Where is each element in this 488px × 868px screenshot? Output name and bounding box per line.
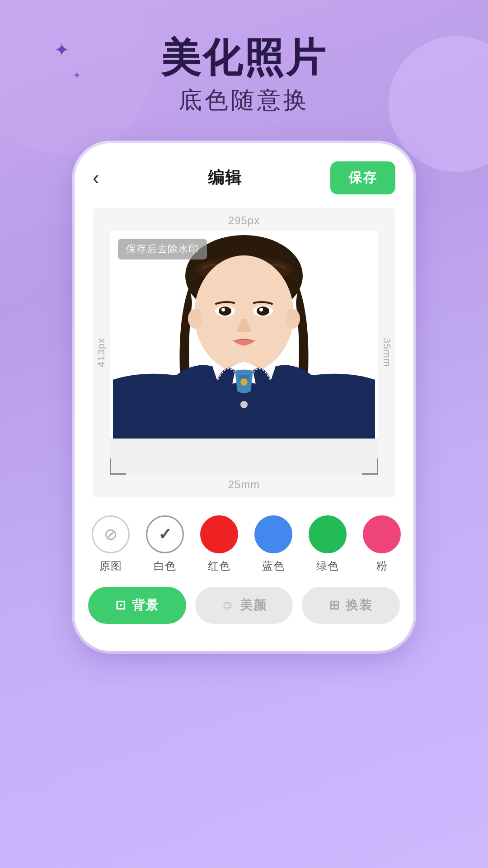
svg-point-6 (219, 307, 231, 316)
back-button[interactable]: ‹ (93, 166, 120, 189)
photo-frame: 保存后去除水印 (110, 231, 378, 475)
save-button[interactable]: 保存 (330, 161, 395, 194)
bottom-toolbar: ⊡ 背景 ☺ 美颜 ⊞ 换装 (75, 578, 413, 628)
svg-point-12 (286, 309, 300, 329)
corner-br (362, 458, 378, 475)
beauty-icon: ☺ (221, 598, 235, 613)
color-circle-original[interactable]: ⊘ (92, 515, 130, 553)
color-label-green: 绿色 (316, 559, 339, 573)
svg-point-7 (221, 308, 225, 311)
sparkle-small-icon: ✦ (72, 70, 81, 81)
dim-top-label: 295px (93, 208, 395, 231)
svg-point-13 (240, 378, 248, 386)
color-label-pink: 粉 (376, 559, 388, 573)
color-circle-green[interactable] (309, 515, 347, 553)
color-circle-white[interactable]: ✓ (146, 515, 184, 553)
page-title: 编辑 (208, 167, 242, 189)
color-label-blue: 蓝色 (262, 559, 285, 573)
svg-point-11 (188, 309, 202, 329)
color-item-red[interactable]: 红色 (197, 515, 242, 573)
color-circle-red[interactable] (200, 515, 238, 553)
background-icon: ⊡ (115, 598, 127, 613)
color-label-white: 白色 (154, 559, 176, 573)
color-label-original: 原图 (99, 559, 122, 573)
color-item-pink[interactable]: 粉 (359, 515, 404, 573)
tool-background-button[interactable]: ⊡ 背景 (88, 587, 186, 624)
sparkle-large-icon: ✦ (54, 41, 70, 59)
person-photo (110, 231, 378, 439)
color-label-red: 红色 (208, 559, 230, 573)
watermark-badge: 保存后去除水印 (118, 239, 207, 259)
photo-inner: 413px 保存后去除水印 (93, 231, 395, 475)
color-selector: ⊘ 原图 ✓ 白色 红色 蓝色 (75, 502, 413, 578)
svg-point-3 (194, 255, 294, 373)
color-item-original[interactable]: ⊘ 原图 (88, 515, 133, 573)
dim-bottom-label: 25mm (93, 475, 395, 497)
color-item-green[interactable]: 绿色 (305, 515, 350, 573)
svg-point-9 (257, 307, 269, 316)
color-circle-blue[interactable] (254, 515, 292, 553)
corner-bl (110, 458, 126, 475)
beauty-label: 美颜 (240, 597, 267, 614)
dim-right-label: 35mm (378, 231, 395, 475)
background-label: 背景 (132, 597, 159, 614)
phone-body: ‹ 编辑 保存 295px 413px 保存后去除水印 (75, 143, 413, 651)
header: ✦ ✦ 美化照片 底色随意换 (0, 0, 488, 116)
phone-mockup: ‹ 编辑 保存 295px 413px 保存后去除水印 (0, 143, 488, 651)
outfit-label: 换装 (346, 597, 373, 614)
tool-beauty-button[interactable]: ☺ 美颜 (195, 587, 293, 624)
tool-outfit-button[interactable]: ⊞ 换装 (302, 587, 400, 624)
color-item-white[interactable]: ✓ 白色 (142, 515, 188, 573)
phone-topbar: ‹ 编辑 保存 (75, 143, 413, 203)
color-circle-pink[interactable] (363, 515, 401, 553)
svg-point-14 (240, 401, 248, 408)
photo-space (110, 439, 378, 475)
color-item-blue[interactable]: 蓝色 (251, 515, 296, 573)
sub-title: 底色随意换 (0, 85, 488, 116)
dim-left-label: 413px (93, 231, 110, 475)
photo-container: 295px 413px 保存后去除水印 (93, 208, 395, 497)
svg-point-10 (259, 308, 263, 311)
outfit-icon: ⊞ (329, 598, 340, 613)
